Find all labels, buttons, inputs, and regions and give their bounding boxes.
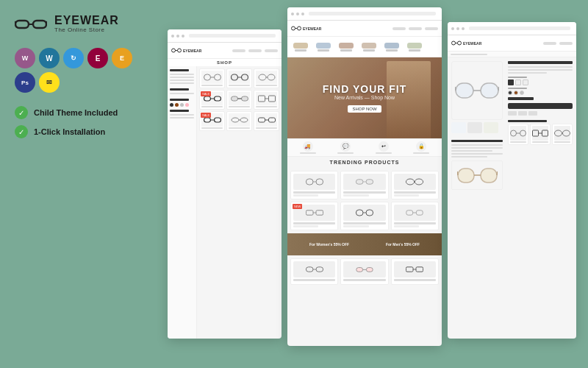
- shop-product-6: [254, 90, 279, 110]
- trending-products-grid: NEW: [290, 171, 439, 230]
- check-icon-1: ✓: [15, 106, 28, 119]
- shipping-label-2: [337, 152, 354, 154]
- payment-icon-2: [518, 111, 527, 116]
- sidebar-tag-2: [170, 117, 194, 118]
- svg-rect-66: [458, 41, 462, 45]
- svg-point-29: [232, 118, 239, 122]
- cat-glasses-4: [362, 43, 376, 49]
- size-opt-1[interactable]: [508, 79, 514, 85]
- svg-rect-47: [306, 210, 313, 215]
- product-detail-content: [448, 57, 576, 339]
- svg-rect-68: [456, 83, 473, 98]
- homepage-mockup-header: [287, 7, 442, 21]
- photoshop-icon: Ps: [15, 72, 35, 93]
- add-to-cart-button[interactable]: [508, 103, 573, 109]
- brand-name: EYEWEAR: [54, 15, 119, 26]
- trending-section-title: TRENDING PRODUCTS: [290, 160, 439, 165]
- left-panel: EYEWEAR The Online Store W W ↻ E E Ps ✉ …: [0, 0, 162, 368]
- svg-rect-62: [406, 267, 414, 272]
- shop-product-img-5: [229, 92, 250, 105]
- svg-rect-6: [178, 49, 182, 52]
- cat-item-3: [336, 43, 356, 52]
- shop-sidebar: [168, 66, 197, 339]
- color-swatch-1[interactable]: [508, 91, 512, 95]
- desc-line-1: [451, 144, 503, 146]
- size-opt-3[interactable]: [523, 79, 528, 85]
- shop-product-img-9: [256, 113, 277, 127]
- svg-line-71: [455, 87, 456, 91]
- svg-rect-17: [204, 96, 210, 101]
- browser-dot-c: [301, 13, 304, 15]
- svg-rect-1: [33, 21, 46, 28]
- svg-rect-12: [241, 74, 248, 80]
- product-images-panel: [448, 57, 506, 339]
- cat-glasses-5: [384, 43, 399, 49]
- svg-rect-35: [292, 26, 295, 30]
- browser-dot-x: [451, 27, 454, 30]
- size-opt-2[interactable]: [515, 79, 521, 85]
- svg-rect-27: [214, 118, 220, 122]
- shop-product-title-4: [201, 106, 223, 107]
- cat-item-1: [290, 43, 311, 52]
- sidebar-item-4: [170, 82, 194, 84]
- product-options: [508, 77, 573, 85]
- hero-text: FIND YOUR FIT New Arrivals — Shop Now SH…: [323, 83, 407, 113]
- svg-point-15: [268, 74, 275, 80]
- shop-page-title: SHOP: [217, 60, 232, 65]
- cat-label-3: [340, 49, 352, 52]
- shipping-return-icon: ↩: [379, 141, 389, 152]
- product-description-text: [508, 66, 573, 74]
- sidebar-price-title: [170, 88, 189, 91]
- svg-rect-78: [511, 130, 517, 136]
- cat-glasses-2: [316, 43, 331, 49]
- svg-rect-82: [542, 130, 548, 136]
- svg-rect-73: [458, 169, 474, 183]
- sidebar-price-1: [170, 93, 194, 94]
- shipping-features-row: 🚚 💬 ↩ 🔒: [287, 138, 442, 157]
- payment-icon-3: [528, 111, 537, 116]
- trending-products-section: NEW: [287, 168, 442, 233]
- product-price-bar-1: [293, 194, 318, 197]
- browser-dot-z: [462, 27, 465, 30]
- color-swatch-3[interactable]: [520, 91, 524, 95]
- svg-rect-33: [268, 118, 275, 122]
- feature-child-theme-text: Child Theme Included: [34, 108, 118, 117]
- svg-rect-18: [214, 96, 220, 101]
- browser-address-bar-right: [469, 26, 570, 30]
- shop-product-title-2: [229, 85, 250, 86]
- sidebar-tags-title: [170, 110, 189, 112]
- mailchimp-icon: ✉: [39, 72, 60, 93]
- svg-rect-56: [306, 267, 313, 272]
- svg-rect-39: [316, 179, 323, 185]
- desc-line-2: [451, 147, 503, 149]
- features-list: ✓ Child Theme Included ✓ 1-Click Install…: [15, 106, 147, 138]
- product-name-bar-2: [343, 191, 385, 194]
- cat-label-2: [318, 49, 329, 52]
- svg-rect-8: [204, 74, 210, 80]
- desc-line-5: [451, 156, 487, 158]
- product-price-bar-6: [394, 225, 419, 227]
- nav-link-c: [425, 27, 438, 30]
- color-swatch-black: [170, 103, 173, 107]
- shop-content: SALE: [168, 66, 282, 339]
- shop-product-img-2: [229, 71, 250, 84]
- color-options: [508, 88, 573, 95]
- browser-dot-2: [176, 35, 179, 38]
- svg-point-14: [259, 74, 266, 80]
- color-swatch-2[interactable]: [514, 91, 518, 95]
- info-line-1: [508, 66, 573, 68]
- svg-rect-41: [356, 180, 363, 184]
- shop-product-img-3: [256, 71, 277, 84]
- hero-shop-button[interactable]: SHOP NOW: [348, 105, 381, 113]
- trending-product-3: [391, 171, 439, 199]
- related-img-3: [554, 126, 570, 141]
- shop-nav-links: [232, 49, 278, 52]
- product-price: [508, 97, 534, 100]
- sidebar-item-1: [170, 74, 194, 75]
- svg-rect-24: [268, 96, 275, 102]
- trending-product-img-5: [343, 205, 385, 221]
- cat-item-2: [313, 43, 334, 52]
- element-pack-icon: E: [112, 48, 132, 68]
- svg-rect-11: [231, 74, 237, 80]
- shop-product-2: [226, 68, 252, 88]
